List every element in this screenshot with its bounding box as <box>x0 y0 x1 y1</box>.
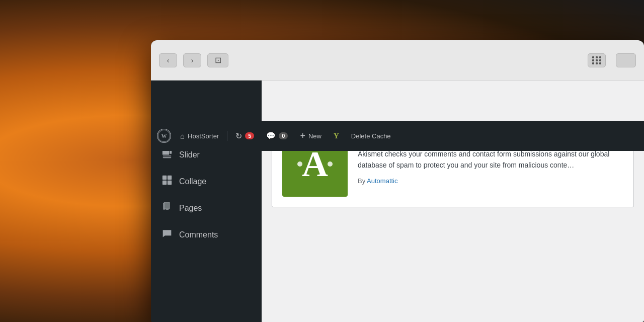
svg-rect-10 <box>163 176 167 180</box>
device-frame: ‹ › ⊡ W <box>151 40 644 322</box>
sidebar-item-slider-label: Slider <box>179 150 200 159</box>
svg-rect-8 <box>163 155 172 156</box>
comments-icon: 💬 <box>266 131 276 140</box>
cache-label: Delete Cache <box>351 132 391 140</box>
admin-bar-updates[interactable]: ↻ 5 <box>230 129 259 143</box>
wp-admin-bar: W ⌂ HostSorter ↻ 5 💬 0 + New <box>151 121 644 151</box>
comments-count: 0 <box>279 132 288 139</box>
svg-rect-11 <box>168 176 172 180</box>
extra-button[interactable] <box>616 53 636 67</box>
admin-bar-yoast[interactable]: Y <box>329 130 344 142</box>
back-icon: ‹ <box>167 56 170 64</box>
admin-bar-comments[interactable]: 💬 0 <box>261 129 293 142</box>
comments-sidebar-icon <box>161 228 173 241</box>
sidebar-item-comments-label: Comments <box>179 230 218 239</box>
updates-icon: ↻ <box>235 131 242 141</box>
svg-rect-16 <box>164 202 170 209</box>
admin-bar-cache[interactable]: Delete Cache <box>346 130 396 142</box>
sidebar-item-pages[interactable]: Pages <box>151 195 262 221</box>
plugin-author: By Automattic <box>358 177 623 185</box>
back-button[interactable]: ‹ <box>159 53 177 67</box>
wordpress-logo-icon: W <box>157 129 171 143</box>
plugin-icon-dot-right <box>328 162 333 167</box>
forward-icon: › <box>191 56 194 64</box>
browser-chrome: ‹ › ⊡ <box>151 40 644 80</box>
wp-logo[interactable]: W <box>155 127 173 145</box>
sidebar-item-comments[interactable]: Comments <box>151 221 262 248</box>
svg-rect-13 <box>168 181 172 185</box>
author-label: By <box>358 177 365 185</box>
grid-button[interactable] <box>588 53 606 67</box>
svg-rect-9 <box>163 157 172 158</box>
author-link[interactable]: Automattic <box>367 177 397 185</box>
plugin-icon-dot-left <box>297 162 302 167</box>
separator-1 <box>227 131 227 141</box>
site-name: HostSorter <box>188 132 219 140</box>
admin-bar-home[interactable]: ⌂ HostSorter <box>175 130 224 142</box>
collage-icon <box>161 175 173 188</box>
new-label: New <box>308 132 321 140</box>
forward-button[interactable]: › <box>183 53 201 67</box>
pages-icon <box>161 202 173 214</box>
svg-text:W: W <box>162 133 167 139</box>
sidebar-item-pages-label: Pages <box>179 204 202 213</box>
home-icon: ⌂ <box>180 132 185 140</box>
svg-rect-7 <box>170 150 172 154</box>
admin-bar-new[interactable]: + New <box>295 129 327 143</box>
yoast-icon: Y <box>334 132 339 140</box>
sidebar-item-collage-label: Collage <box>179 177 206 186</box>
wp-sidebar: Media Slider <box>151 80 262 322</box>
sidebar-item-collage[interactable]: Collage <box>151 168 262 195</box>
plugin-icon-dots <box>297 162 333 167</box>
sidebar-icon: ⊡ <box>215 55 221 65</box>
grid-icon <box>592 56 602 64</box>
plugin-description: Akismet checks your comments and contact… <box>358 148 623 171</box>
sidebar-toggle-button[interactable]: ⊡ <box>207 53 228 67</box>
svg-rect-12 <box>163 181 167 185</box>
wp-main: A Akismet An… Akismet checks your commen… <box>262 80 644 322</box>
new-icon: + <box>300 131 305 141</box>
browser-inner: W ⌂ HostSorter ↻ 5 💬 0 + New <box>151 80 644 322</box>
updates-count: 5 <box>245 132 254 139</box>
